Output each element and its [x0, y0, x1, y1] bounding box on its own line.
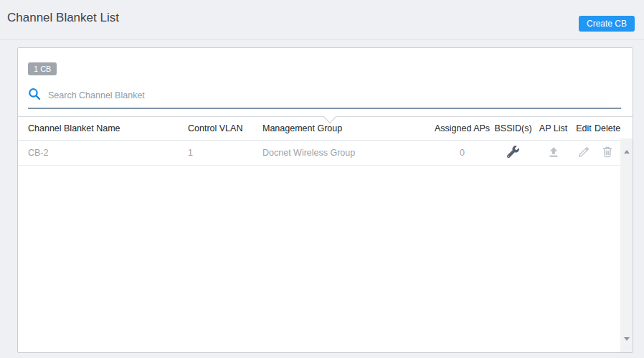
scroll-down-icon[interactable] — [620, 340, 633, 352]
col-header-delete: Delete — [595, 123, 620, 133]
channel-blanket-panel: 1 CB Channel Blanket Name Control VLAN M… — [17, 47, 633, 353]
scroll-up-icon[interactable] — [620, 138, 633, 151]
page-title: Channel Blanket List — [7, 11, 119, 25]
col-header-ap-list: AP List — [534, 123, 573, 133]
col-header-name: Channel Blanket Name — [28, 123, 188, 133]
create-cb-button[interactable]: Create CB — [579, 16, 635, 32]
table-body: CB-2 1 Docnet Wireless Group 0 — [18, 141, 620, 166]
col-header-assigned-aps: Assigned APs — [432, 123, 493, 133]
delete-trash-icon[interactable] — [602, 146, 613, 158]
top-header-bar: Channel Blanket List Create CB — [0, 0, 644, 40]
cb-count-badge: 1 CB — [28, 62, 57, 75]
table-row: CB-2 1 Docnet Wireless Group 0 — [18, 141, 620, 166]
edit-pencil-icon[interactable] — [577, 146, 590, 159]
header-notch-icon — [323, 109, 337, 123]
table-scrollbar[interactable] — [620, 138, 633, 352]
cell-name: CB-2 — [28, 148, 188, 158]
col-header-control-vlan: Control VLAN — [188, 123, 262, 133]
search-underline — [28, 108, 621, 109]
col-header-management-group: Management Group — [262, 123, 432, 133]
bssid-wrench-icon[interactable] — [507, 146, 519, 158]
table-header-row: Channel Blanket Name Control VLAN Manage… — [18, 116, 633, 141]
cell-control-vlan: 1 — [188, 148, 262, 158]
col-header-bssid: BSSID(s) — [493, 123, 534, 133]
search-bar — [28, 87, 621, 104]
search-input[interactable] — [48, 90, 621, 100]
col-header-edit: Edit — [573, 123, 595, 133]
ap-list-upload-icon[interactable] — [548, 146, 559, 158]
search-icon — [28, 88, 41, 103]
cell-management-group: Docnet Wireless Group — [262, 148, 432, 158]
cell-assigned-aps: 0 — [432, 148, 493, 158]
